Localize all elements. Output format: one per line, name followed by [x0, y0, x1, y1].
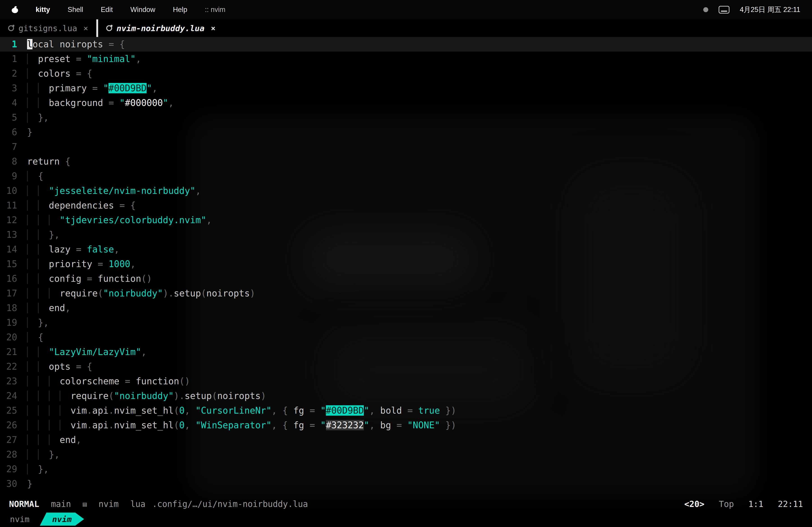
- code-text: ▏ colors = {: [27, 66, 92, 81]
- code-line[interactable]: 9▏ {: [0, 169, 812, 183]
- code-text: ▏ ▏ },: [27, 227, 60, 242]
- code-line[interactable]: 25▏ ▏ ▏ ▏ vim.api.nvim_set_hl(0, "Cursor…: [0, 403, 812, 418]
- code-line[interactable]: 13▏ ▏ },: [0, 227, 812, 242]
- menu-item-help[interactable]: Help: [173, 6, 187, 14]
- line-number: 26: [0, 418, 27, 433]
- line-number: 7: [0, 139, 27, 154]
- kitty-tab-nvim-active[interactable]: nvim: [40, 513, 84, 526]
- app-name: nvim: [99, 499, 119, 509]
- menu-items: kittyShellEditWindowHelp:: nvim: [35, 6, 225, 14]
- code-text: return {: [27, 154, 71, 169]
- editor-tab-gitsigns-lua[interactable]: gitsigns.lua×: [0, 19, 96, 37]
- code-line[interactable]: 21▏ ▏ "LazyVim/LazyVim",: [0, 345, 812, 359]
- code-line[interactable]: 18▏ ▏ end,: [0, 301, 812, 315]
- code-text: local noiropts = {: [27, 37, 125, 51]
- tab-close-icon[interactable]: ×: [209, 24, 215, 33]
- code-line[interactable]: 10▏ ▏ "jesseleite/nvim-noirbuddy",: [0, 183, 812, 198]
- code-line[interactable]: 28▏ ▏ },: [0, 447, 812, 462]
- line-number: 11: [0, 198, 27, 213]
- statusline-right: <20> Top 1:1 22:11: [684, 499, 803, 509]
- code-line[interactable]: 6}: [0, 125, 812, 139]
- line-number: 19: [0, 315, 27, 330]
- code-buffer[interactable]: 1local noiropts = {1▏ preset = "minimal"…: [0, 37, 812, 497]
- code-text: ▏ ▏ background = "#000000",: [27, 95, 174, 110]
- code-line[interactable]: 4▏ ▏ background = "#000000",: [0, 95, 812, 110]
- apple-menu-icon[interactable]: [12, 6, 18, 13]
- record-indicator-icon[interactable]: [703, 7, 708, 12]
- code-line[interactable]: 11▏ ▏ dependencies = {: [0, 198, 812, 213]
- code-text: ▏ ▏ ▏ require("noirbuddy").setup(noiropt…: [27, 286, 255, 301]
- code-text: ▏ ▏ ▏ ▏ vim.api.nvim_set_hl(0, "CursorLi…: [27, 403, 456, 418]
- code-line[interactable]: 19▏ },: [0, 315, 812, 330]
- line-number: 3: [0, 81, 27, 95]
- menu-bar-right: 4月25日 周五 22:11: [703, 5, 800, 14]
- line-number: 15: [0, 257, 27, 271]
- code-line[interactable]: 8return {: [0, 154, 812, 169]
- code-line[interactable]: 26▏ ▏ ▏ ▏ vim.api.nvim_set_hl(0, "WinSep…: [0, 418, 812, 433]
- editor-tab-nvim-noirbuddy-lua[interactable]: nvim-noirbuddy.lua×: [96, 19, 224, 37]
- line-number: 27: [0, 433, 27, 447]
- code-text: ▏ ▏ primary = "#00D9BD",: [27, 81, 157, 95]
- code-line[interactable]: 1local noiropts = {: [0, 37, 812, 51]
- menu-clock[interactable]: 4月25日 周五 22:11: [740, 5, 800, 14]
- line-number: 20: [0, 330, 27, 345]
- code-line[interactable]: 3▏ ▏ primary = "#00D9BD",: [0, 81, 812, 95]
- code-line[interactable]: 29▏ },: [0, 462, 812, 477]
- code-line[interactable]: 12▏ ▏ ▏ "tjdevries/colorbuddy.nvim",: [0, 213, 812, 227]
- line-number: 29: [0, 462, 27, 477]
- code-text: ▏ ▏ ▏ end,: [27, 433, 82, 447]
- code-text: ▏ ▏ config = function(): [27, 271, 152, 286]
- keyboard-input-icon[interactable]: [719, 6, 729, 14]
- editor-tabline: gitsigns.lua×nvim-noirbuddy.lua×: [0, 19, 812, 37]
- kitty-tab-bar: nvimnvim: [0, 511, 812, 527]
- line-number: 4: [0, 95, 27, 110]
- code-text: ▏ ▏ lazy = false,: [27, 242, 119, 257]
- code-line[interactable]: 30}: [0, 477, 812, 491]
- code-text: ▏ ▏ ▏ ▏ require("noirbuddy").setup(noiro…: [27, 389, 266, 403]
- line-number: 5: [0, 110, 27, 125]
- code-line[interactable]: 22▏ ▏ opts = {: [0, 359, 812, 374]
- code-line[interactable]: 2▏ colors = {: [0, 66, 812, 81]
- lua-file-icon: [8, 25, 14, 31]
- menu-item-kitty[interactable]: kitty: [35, 6, 50, 14]
- code-line[interactable]: 16▏ ▏ config = function(): [0, 271, 812, 286]
- code-text: }: [27, 125, 32, 139]
- code-text: }: [27, 477, 32, 491]
- line-number: 22: [0, 359, 27, 374]
- code-text: ▏ ▏ "LazyVim/LazyVim",: [27, 345, 147, 359]
- statusline-clock: 22:11: [778, 499, 803, 509]
- code-line[interactable]: 23▏ ▏ ▏ colorscheme = function(): [0, 374, 812, 389]
- line-number: 21: [0, 345, 27, 359]
- code-text: ▏ ▏ ▏ colorscheme = function(): [27, 374, 190, 389]
- line-number: 17: [0, 286, 27, 301]
- git-branch: main: [51, 499, 71, 509]
- code-text: ▏ ▏ opts = {: [27, 359, 92, 374]
- code-line[interactable]: 7: [0, 139, 812, 154]
- menu-item-nvim[interactable]: :: nvim: [205, 6, 225, 14]
- cursor-block: l: [27, 39, 32, 49]
- mode-indicator: NORMAL: [9, 499, 39, 509]
- code-line[interactable]: 1▏ preset = "minimal",: [0, 51, 812, 66]
- code-text: ▏ ▏ end,: [27, 301, 71, 315]
- code-line[interactable]: 5▏ },: [0, 110, 812, 125]
- tab-close-icon[interactable]: ×: [82, 24, 88, 33]
- code-line[interactable]: 20▏ {: [0, 330, 812, 345]
- line-number: 28: [0, 447, 27, 462]
- line-number: 25: [0, 403, 27, 418]
- kitty-tab-nvim[interactable]: nvim: [0, 515, 40, 524]
- scroll-position: Top: [719, 499, 734, 509]
- register-indicator: <20>: [684, 499, 705, 509]
- menu-item-shell[interactable]: Shell: [68, 6, 83, 14]
- code-text: ▏ ▏ ▏ ▏ vim.api.nvim_set_hl(0, "WinSepar…: [27, 418, 456, 433]
- menu-item-edit[interactable]: Edit: [101, 6, 113, 14]
- code-line[interactable]: 17▏ ▏ ▏ require("noirbuddy").setup(noiro…: [0, 286, 812, 301]
- code-text: ▏ },: [27, 462, 49, 477]
- code-line[interactable]: 14▏ ▏ lazy = false,: [0, 242, 812, 257]
- line-number: 30: [0, 477, 27, 491]
- code-text: ▏ ▏ ▏ "tjdevries/colorbuddy.nvim",: [27, 213, 212, 227]
- code-line[interactable]: 27▏ ▏ ▏ end,: [0, 433, 812, 447]
- line-number: 9: [0, 169, 27, 183]
- code-line[interactable]: 24▏ ▏ ▏ ▏ require("noirbuddy").setup(noi…: [0, 389, 812, 403]
- menu-item-window[interactable]: Window: [130, 6, 155, 14]
- code-line[interactable]: 15▏ ▏ priority = 1000,: [0, 257, 812, 271]
